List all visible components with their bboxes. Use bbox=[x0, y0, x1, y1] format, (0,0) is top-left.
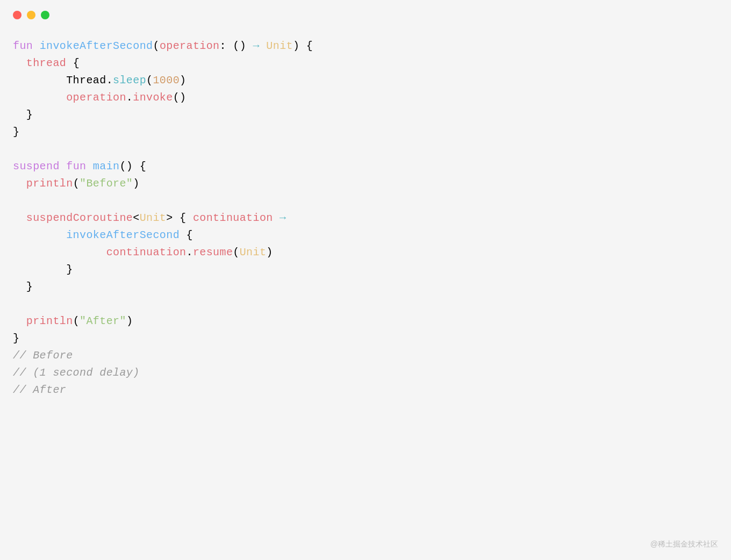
code-line-14: } bbox=[13, 261, 313, 278]
code-line-5: } bbox=[13, 106, 313, 124]
code-line-18: } bbox=[13, 330, 313, 347]
code-line-16 bbox=[13, 296, 313, 313]
code-line-9: println("Before") bbox=[13, 175, 313, 192]
code-line-17: println("After") bbox=[13, 313, 313, 330]
maximize-button[interactable] bbox=[41, 11, 49, 19]
code-line-13: continuation.resume(Unit) bbox=[13, 244, 313, 261]
code-line-12: invokeAfterSecond { bbox=[13, 227, 313, 244]
code-line-3: Thread.sleep(1000) bbox=[13, 72, 313, 89]
code-line-10 bbox=[13, 192, 313, 210]
code-line-20: // (1 second delay) bbox=[13, 364, 313, 382]
code-line-15: } bbox=[13, 278, 313, 296]
code-line-11: suspendCoroutine<Unit> { continuation → bbox=[13, 210, 313, 227]
window-controls bbox=[13, 11, 49, 19]
close-button[interactable] bbox=[13, 11, 22, 19]
code-line-6: } bbox=[13, 124, 313, 141]
watermark: @稀土掘金技术社区 bbox=[650, 540, 718, 549]
code-line-2: thread { bbox=[13, 55, 313, 72]
code-line-19: // Before bbox=[13, 347, 313, 364]
code-line-1: fun invokeAfterSecond(operation: () → Un… bbox=[13, 38, 313, 55]
code-line-7 bbox=[13, 141, 313, 158]
code-block: fun invokeAfterSecond(operation: () → Un… bbox=[13, 38, 313, 399]
code-line-4: operation.invoke() bbox=[13, 89, 313, 106]
code-line-21: // After bbox=[13, 382, 313, 399]
code-line-8: suspend fun main() { bbox=[13, 158, 313, 175]
minimize-button[interactable] bbox=[27, 11, 35, 19]
